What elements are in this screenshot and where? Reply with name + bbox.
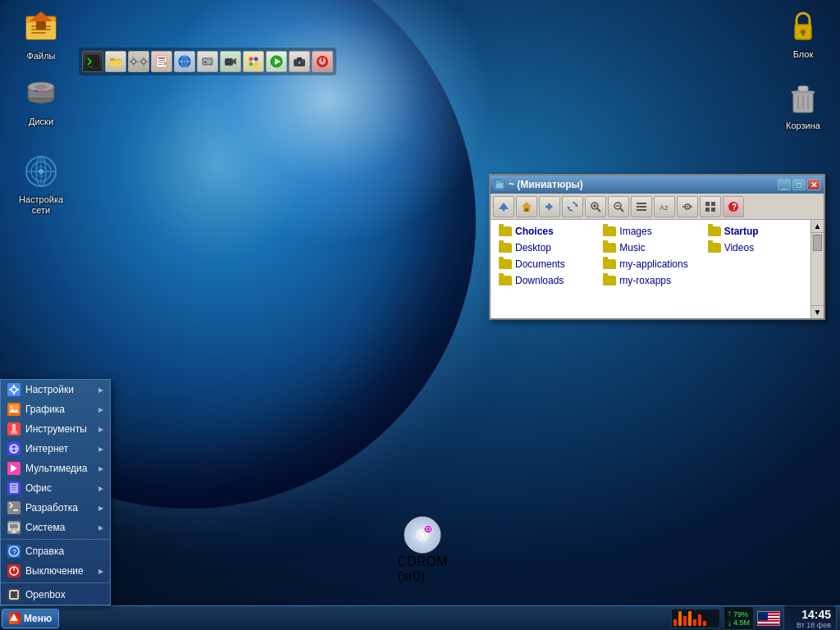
- folder-music[interactable]: Music: [598, 240, 702, 256]
- desktop-icon-disks[interactable]: Диски: [12, 74, 70, 127]
- menu-item-system[interactable]: Система ▶: [1, 518, 110, 537]
- menu-item-office[interactable]: Офис ▶: [1, 478, 110, 498]
- menu-item-openbox[interactable]: Openbox: [1, 585, 110, 605]
- desktop-icon-files[interactable]: Файлы: [12, 8, 70, 62]
- fm-btn-view-list[interactable]: [631, 196, 652, 217]
- fm-btn-home[interactable]: [516, 196, 537, 217]
- folder-startup[interactable]: Startup: [703, 223, 807, 240]
- fm-btn-help[interactable]: ?: [723, 196, 744, 217]
- language-flag[interactable]: [757, 611, 780, 626]
- svg-rect-73: [297, 57, 302, 60]
- svg-rect-82: [496, 181, 500, 184]
- toolbar-paint[interactable]: [243, 51, 264, 72]
- svg-rect-13: [40, 90, 44, 92]
- fm-btn-preview[interactable]: [677, 196, 698, 217]
- folder-images[interactable]: Images: [598, 223, 702, 240]
- folder-documents[interactable]: Documents: [494, 256, 598, 272]
- svg-rect-37: [133, 57, 135, 59]
- menu-item-shutdown[interactable]: Выключение ▶: [1, 561, 110, 581]
- svg-rect-43: [143, 57, 144, 59]
- toolbar-texteditor[interactable]: [151, 51, 172, 72]
- svg-rect-88: [546, 205, 548, 208]
- menu-divider-2: [1, 582, 110, 583]
- clock-time: 14:45: [789, 608, 831, 621]
- svg-rect-51: [158, 64, 162, 65]
- desktop-icon-trash[interactable]: Корзина: [774, 78, 832, 131]
- toolbar-camera[interactable]: [289, 51, 310, 72]
- fm-btn-refresh[interactable]: [562, 196, 583, 217]
- app-toolbar: _: [79, 48, 336, 75]
- svg-rect-138: [11, 487, 16, 488]
- system-menu-icon: [7, 521, 21, 534]
- folder-choices[interactable]: Choices: [494, 223, 598, 240]
- toolbar-power[interactable]: [312, 51, 333, 72]
- menu-item-tools[interactable]: Инструменты ▶: [1, 419, 110, 439]
- svg-rect-126: [16, 389, 19, 390]
- folder-icon: [499, 259, 512, 269]
- svg-rect-124: [13, 392, 15, 395]
- menu-item-graphics[interactable]: Графика ▶: [1, 399, 110, 419]
- svg-rect-107: [711, 202, 715, 206]
- cpu-bar-1: [673, 619, 677, 626]
- folder-icon: [708, 243, 721, 253]
- svg-rect-44: [143, 64, 144, 66]
- folder-my-roxapps[interactable]: my-roxapps: [598, 272, 702, 289]
- svg-rect-7: [36, 21, 46, 30]
- folder-icon: [603, 276, 616, 285]
- shutdown-menu-icon: [7, 564, 21, 578]
- svg-rect-23: [802, 32, 805, 36]
- menu-button[interactable]: Меню: [2, 609, 59, 628]
- svg-text:Az: Az: [660, 203, 669, 212]
- fm-btn-up[interactable]: [493, 196, 514, 217]
- cpu-bar-4: [688, 611, 692, 626]
- toolbar-webcam[interactable]: [220, 51, 241, 72]
- settings-menu-icon: [7, 383, 21, 396]
- file-manager-titlebar[interactable]: ~ (Миниатюры) _ □ ✕: [491, 176, 824, 194]
- toolbar-settings[interactable]: [128, 51, 149, 72]
- svg-rect-12: [34, 90, 39, 92]
- folder-downloads[interactable]: Downloads: [494, 272, 598, 289]
- cdrom-label: CDROM(sr0): [398, 555, 447, 584]
- fm-btn-view-icons[interactable]: [700, 196, 721, 217]
- fm-btn-forward[interactable]: [539, 196, 560, 217]
- folder-desktop[interactable]: Desktop: [494, 240, 598, 256]
- net-percentage: 79%: [733, 610, 750, 619]
- toolbar-media[interactable]: [266, 51, 287, 72]
- svg-line-96: [620, 208, 623, 212]
- toolbar-terminal[interactable]: _: [82, 51, 103, 72]
- desktop-icon-lock[interactable]: Блок: [774, 7, 832, 60]
- folder-videos[interactable]: Videos: [703, 240, 807, 256]
- svg-rect-137: [11, 485, 16, 486]
- menu-button-icon: [9, 613, 21, 624]
- desktop: Файлы Диски Н: [0, 0, 840, 630]
- menu-item-development[interactable]: Разработка ▶: [1, 498, 110, 518]
- svg-marker-87: [548, 203, 553, 211]
- toolbar-folder[interactable]: [105, 51, 126, 72]
- toolbar-drive[interactable]: [197, 51, 218, 72]
- fm-scrollbar[interactable]: ▲ ▼: [810, 220, 824, 318]
- openbox-menu-icon: [7, 588, 21, 601]
- menu-item-help[interactable]: ? Справка: [1, 541, 110, 561]
- toolbar-browser[interactable]: [174, 51, 195, 72]
- menu-item-internet[interactable]: Интернет ▶: [1, 439, 110, 459]
- svg-rect-130: [12, 424, 16, 431]
- fm-maximize-button[interactable]: □: [792, 179, 806, 190]
- fm-btn-zoom-out[interactable]: [608, 196, 629, 217]
- file-manager-window: ~ (Миниатюры) _ □ ✕: [489, 174, 825, 320]
- svg-text:?: ?: [732, 203, 737, 212]
- fm-btn-sort[interactable]: Az: [654, 196, 675, 217]
- menu-item-settings[interactable]: Настройки ▶: [1, 380, 110, 399]
- systray: ↑ ↓ 79% 4.5M 14:45 Вт 18 фев: [671, 605, 837, 631]
- svg-rect-49: [158, 60, 165, 61]
- svg-marker-150: [10, 614, 18, 621]
- fm-close-button[interactable]: ✕: [807, 179, 820, 190]
- folder-my-applications[interactable]: my-applications: [598, 256, 807, 272]
- svg-rect-59: [204, 62, 207, 63]
- menu-item-multimedia[interactable]: Мультимедиа ▶: [1, 459, 110, 478]
- files-label: Файлы: [27, 51, 56, 62]
- fm-btn-zoom-in[interactable]: [585, 196, 606, 217]
- desktop-icon-cdrom[interactable]: CDROM(sr0): [394, 515, 451, 584]
- fm-minimize-button[interactable]: _: [778, 179, 791, 190]
- cpu-bar-3: [683, 616, 687, 626]
- desktop-icon-network[interactable]: Настройка сети: [12, 152, 70, 216]
